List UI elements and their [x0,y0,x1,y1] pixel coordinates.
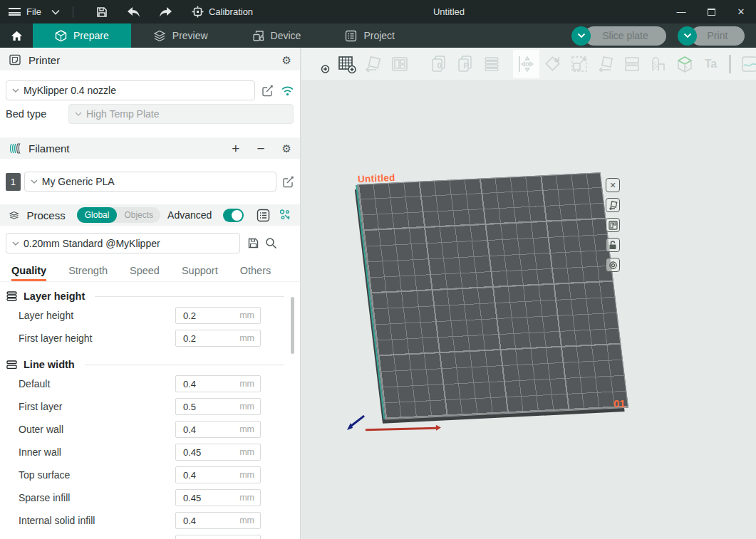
remove-filament-button[interactable]: − [257,142,264,155]
first-layer-height-input[interactable]: 0.2 mm [175,330,261,347]
param-value: 0.5 [183,402,239,412]
tab-prepare[interactable]: Prepare [33,23,131,48]
orient-plate-button[interactable] [606,198,620,212]
advanced-params-icon[interactable] [279,209,291,221]
add-object-icon[interactable] [307,50,333,78]
variable-layer-height-icon[interactable] [671,50,698,78]
param-value: 0.4 [183,470,239,481]
layer-height-input[interactable]: 0.2 mm [175,307,261,324]
scale-tool-icon[interactable] [566,50,592,78]
printer-preset-select[interactable]: MyKlipper 0.4 nozzle [6,80,255,100]
add-filament-button[interactable]: + [232,142,239,155]
scope-global-button[interactable]: Global [77,207,118,223]
advanced-toggle[interactable] [223,209,244,222]
close-button[interactable]: ✕ [726,0,756,23]
filament-settings-icon[interactable]: ⚙ [282,143,291,154]
tab-project[interactable]: Project [323,23,417,48]
chevron-down-icon [683,33,692,38]
param-row-default: Default 0.4 mm [0,373,300,394]
flatten-tool-icon[interactable] [592,50,618,78]
undo-icon[interactable] [127,6,140,18]
rotate-tool-icon[interactable] [539,50,566,78]
save-preset-icon[interactable] [247,237,259,249]
internal-solid-infill-line-width-input[interactable]: 0.4 mm [175,512,261,529]
outer-wall-line-width-input[interactable]: 0.4 mm [175,421,261,438]
lock-plate-button[interactable] [606,238,620,252]
wifi-connection-icon[interactable] [281,85,294,96]
param-label: First layer height [19,333,92,344]
chevron-down-icon [75,112,82,116]
param-unit: mm [239,310,254,320]
inner-wall-line-width-input[interactable]: 0.45 mm [175,444,261,461]
filament-section-title: Filament [29,142,70,155]
auto-orient-icon[interactable] [360,50,386,78]
sidebar-scrollbar[interactable] [291,297,294,354]
top-surface-line-width-input[interactable]: 0.4 mm [175,466,261,483]
process-preset-select[interactable]: 0.20mm Standard @MyKlipper [6,233,240,253]
printer-section-header: Printer ⚙ [0,49,300,70]
printer-settings-icon[interactable]: ⚙ [282,55,291,66]
home-button[interactable] [0,23,33,48]
file-menu[interactable]: File [26,6,41,17]
menu-icon[interactable] [9,8,21,16]
tab-device[interactable]: Device [230,23,323,48]
param-value: 0.2 [183,333,239,344]
tab-others[interactable]: Others [240,265,271,281]
cut-tool-icon[interactable] [618,50,645,78]
chevron-down-icon[interactable] [51,9,60,15]
edit-printer-icon[interactable] [262,85,274,97]
minimize-button[interactable]: — [666,0,696,23]
split-to-parts-icon[interactable]: P [452,50,478,78]
calibration-icon [192,6,204,18]
mesh-boolean-icon[interactable] [645,50,671,78]
layers-editing-icon[interactable] [478,50,504,78]
edit-filament-icon[interactable] [282,176,294,188]
save-icon[interactable] [95,6,108,19]
tab-strength[interactable]: Strength [68,265,108,281]
nav-bar: Prepare Preview Device Project Slice pla… [0,23,756,48]
param-row-layer-height: Layer height 0.2 mm [0,305,300,326]
slice-plate-button[interactable]: Slice plate [584,26,666,46]
viewport-toolbar: 0 P Ta [301,48,756,80]
sparse-infill-line-width-input[interactable]: 0.45 mm [175,489,261,506]
calibration-button[interactable]: Calibration [192,6,253,18]
z-axis-indicator [344,414,367,433]
param-unit: mm [239,516,254,525]
param-label: Layer height [19,310,73,321]
process-icon [9,209,20,221]
support-line-width-input[interactable]: 0.4 mm [175,535,261,539]
viewport-3d[interactable]: 0 P Ta [301,48,756,539]
param-value: 0.4 [183,424,239,435]
delete-plate-button[interactable]: ✕ [606,178,620,192]
first-layer-line-width-input[interactable]: 0.5 mm [175,398,261,415]
filament-section-header: Filament + − ⚙ [0,137,300,159]
maximize-button[interactable] [696,0,726,23]
search-icon[interactable] [265,237,277,249]
tab-speed[interactable]: Speed [130,265,160,281]
add-plate-icon[interactable] [333,50,360,78]
slice-options-button[interactable] [571,26,591,46]
bed-type-select[interactable]: High Temp Plate [68,104,294,124]
split-to-objects-icon[interactable]: 0 [425,50,452,78]
default-line-width-input[interactable]: 0.4 mm [175,375,261,392]
text-tool-icon[interactable]: Ta [698,50,724,78]
arrange-plate-button[interactable] [606,218,620,232]
move-tool-icon[interactable] [513,50,539,78]
redo-icon[interactable] [159,6,172,18]
plate-toolbar: ✕ [606,178,620,272]
arrange-icon[interactable] [386,50,413,78]
tab-quality[interactable]: Quality [11,265,46,281]
tab-support[interactable]: Support [182,265,218,281]
print-options-button[interactable] [678,26,697,46]
print-button[interactable]: Print [690,26,745,46]
layer-height-icon [6,291,18,302]
plate-settings-button[interactable] [606,258,620,272]
tab-preview[interactable]: Preview [131,23,230,48]
filament-preset-row: 1 My Generic PLA [0,172,300,192]
scope-objects-button[interactable]: Objects [117,210,160,220]
build-plate[interactable] [357,172,628,419]
filament-preset-select[interactable]: My Generic PLA [24,172,276,192]
compare-presets-icon[interactable] [257,209,270,222]
svg-text:P: P [463,61,468,70]
seam-painting-icon[interactable] [736,50,756,78]
